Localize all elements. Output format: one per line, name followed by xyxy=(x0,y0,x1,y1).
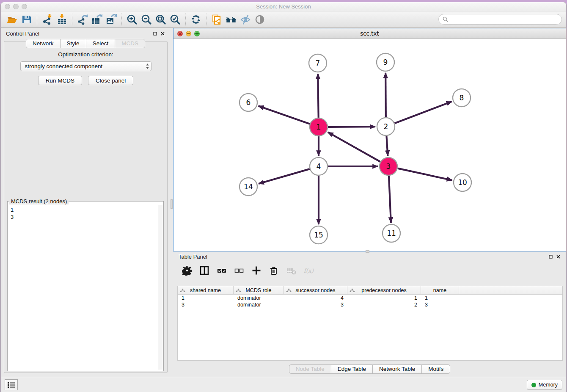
graph-edge-2-9[interactable] xyxy=(385,73,386,117)
column-header-predecessor-nodes[interactable]: predecessor nodes xyxy=(347,286,421,294)
search-box[interactable] xyxy=(438,14,562,25)
cell-successor-nodes[interactable]: 4 xyxy=(284,295,347,301)
zoom-fit-icon[interactable] xyxy=(154,13,168,26)
cell-predecessor-nodes[interactable]: 1 xyxy=(347,295,421,301)
gear-icon[interactable] xyxy=(181,265,193,276)
graph-edge-2-8[interactable] xyxy=(395,102,452,123)
graph-edge-3-1[interactable] xyxy=(328,132,380,162)
search-input[interactable] xyxy=(450,16,558,22)
graph-node-label: 4 xyxy=(317,162,321,171)
graph-node-10[interactable]: 10 xyxy=(454,174,471,191)
cell-name[interactable]: 1 xyxy=(421,295,459,301)
tab-network-table[interactable]: Network Table xyxy=(372,364,422,374)
graph-node-14[interactable]: 14 xyxy=(239,178,257,196)
tab-style[interactable]: Style xyxy=(60,39,86,48)
zoom-in-icon[interactable] xyxy=(125,13,139,26)
new-network-from-selection-icon[interactable] xyxy=(209,13,224,26)
graph-node-11[interactable]: 11 xyxy=(383,224,400,242)
network-window-titlebar: scc.txt xyxy=(173,28,566,39)
graph-edge-2-3[interactable] xyxy=(386,136,388,156)
cell-MCDS-role[interactable]: dominator xyxy=(234,295,284,301)
graph-edge-1-6[interactable] xyxy=(259,106,310,124)
float-table-panel-icon[interactable] xyxy=(548,254,553,259)
zoom-window-icon[interactable] xyxy=(22,4,27,9)
cell-shared-name[interactable]: 3 xyxy=(178,301,234,308)
apply-layout-icon[interactable] xyxy=(189,13,203,26)
select-all-icon[interactable] xyxy=(216,265,228,276)
graph-edge-3-11[interactable] xyxy=(389,176,391,223)
memory-button[interactable]: Memory xyxy=(527,380,562,390)
cell-MCDS-role[interactable]: dominator xyxy=(234,301,284,308)
criterion-select[interactable]: strongly connected component xyxy=(20,61,151,71)
graph-edge-1-2[interactable] xyxy=(328,127,375,127)
main-toolbar xyxy=(1,11,566,28)
splitter-grip[interactable] xyxy=(171,199,173,209)
close-panel-button[interactable]: Close panel xyxy=(88,76,133,85)
table-row[interactable]: 3dominator323 xyxy=(178,301,562,308)
graph-edge-4-14[interactable] xyxy=(259,169,310,184)
hide-selected-icon[interactable] xyxy=(238,13,253,26)
graph-node-4[interactable]: 4 xyxy=(310,157,328,175)
table-row[interactable]: 1dominator411 xyxy=(178,295,562,301)
cell-predecessor-nodes[interactable]: 2 xyxy=(347,301,421,308)
export-network-icon[interactable] xyxy=(75,13,90,26)
graph-node-7[interactable]: 7 xyxy=(309,54,327,72)
show-all-icon[interactable] xyxy=(253,13,267,26)
close-window-icon[interactable] xyxy=(5,4,10,9)
tab-select[interactable]: Select xyxy=(86,39,116,48)
search-icon xyxy=(443,17,448,22)
close-table-panel-icon[interactable] xyxy=(556,254,561,259)
result-scrollbar[interactable] xyxy=(158,205,162,370)
tab-node-table[interactable]: Node Table xyxy=(289,364,331,374)
graph-node-1[interactable]: 1 xyxy=(310,118,328,136)
graph-node-9[interactable]: 9 xyxy=(377,53,394,71)
graph-edge-1-7[interactable] xyxy=(318,74,318,118)
tab-network[interactable]: Network xyxy=(26,39,61,48)
horizontal-splitter-grip[interactable] xyxy=(366,250,369,253)
graph-node-3[interactable]: 3 xyxy=(380,157,397,175)
network-zoom-icon[interactable] xyxy=(194,31,200,36)
open-session-icon[interactable] xyxy=(5,13,19,26)
run-mcds-button[interactable]: Run MCDS xyxy=(38,76,82,85)
export-image-icon[interactable] xyxy=(104,13,118,26)
deselect-all-icon[interactable] xyxy=(233,265,245,276)
save-session-icon[interactable] xyxy=(19,13,34,26)
column-label: successor nodes xyxy=(296,287,336,293)
table-toolbar: f(x) xyxy=(173,262,566,279)
import-network-icon[interactable] xyxy=(40,13,55,26)
table-panel-header: Table Panel xyxy=(173,251,566,262)
column-header-shared-name[interactable]: shared name xyxy=(178,286,234,294)
cell-name[interactable]: 3 xyxy=(421,301,459,308)
cell-successor-nodes[interactable]: 3 xyxy=(284,301,347,308)
column-header-name[interactable]: name xyxy=(421,286,459,294)
zoom-selected-icon[interactable] xyxy=(168,13,182,26)
tab-edge-table[interactable]: Edge Table xyxy=(331,364,373,374)
export-table-icon[interactable] xyxy=(90,13,104,26)
function-builder-icon: f(x) xyxy=(303,265,314,276)
minimize-window-icon[interactable] xyxy=(13,4,19,9)
network-canvas[interactable]: 7968124314101511 xyxy=(173,39,566,251)
graph-node-15[interactable]: 15 xyxy=(310,226,328,244)
network-close-icon[interactable] xyxy=(177,31,183,36)
graph-edge-3-10[interactable] xyxy=(397,168,452,180)
vertical-splitter[interactable] xyxy=(170,28,173,377)
tab-motifs[interactable]: Motifs xyxy=(421,364,450,374)
tab-mcds[interactable]: MCDS xyxy=(115,39,145,48)
column-header-MCDS-role[interactable]: MCDS role xyxy=(234,286,284,294)
close-panel-icon[interactable] xyxy=(160,31,165,36)
delete-column-icon[interactable] xyxy=(268,265,280,276)
graph-node-2[interactable]: 2 xyxy=(377,118,395,135)
first-neighbors-icon[interactable] xyxy=(224,13,238,26)
import-table-icon[interactable] xyxy=(55,13,69,26)
cell-shared-name[interactable]: 1 xyxy=(178,295,234,301)
graph-node-8[interactable]: 8 xyxy=(453,89,471,107)
task-history-button[interactable] xyxy=(5,379,18,390)
zoom-out-icon[interactable] xyxy=(139,13,154,26)
graph-node-6[interactable]: 6 xyxy=(239,94,257,111)
column-header-successor-nodes[interactable]: successor nodes xyxy=(284,286,347,294)
add-column-icon[interactable] xyxy=(250,265,262,276)
float-panel-icon[interactable] xyxy=(153,31,157,36)
mcds-result-text[interactable]: 1 3 xyxy=(8,205,157,370)
network-minimize-icon[interactable] xyxy=(186,31,191,36)
columns-icon[interactable] xyxy=(198,265,210,276)
